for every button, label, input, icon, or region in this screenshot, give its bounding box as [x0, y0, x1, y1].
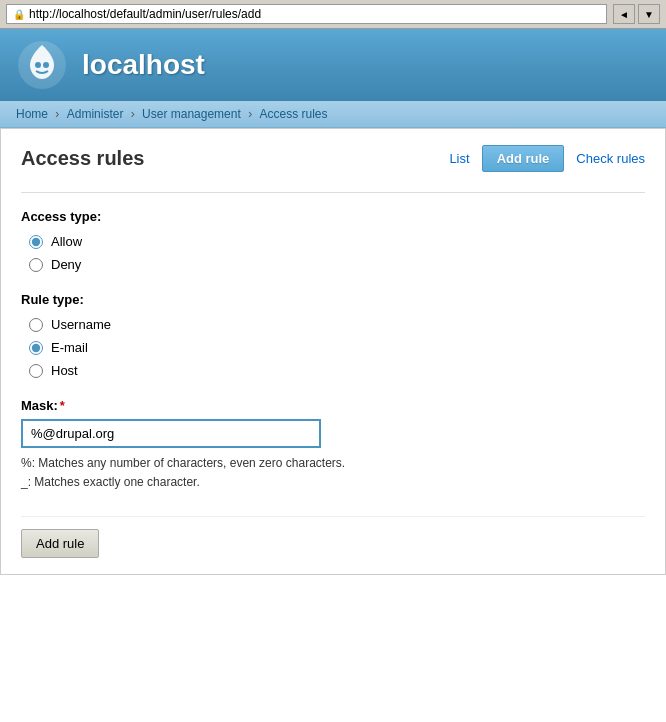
- submit-section: Add rule: [21, 516, 645, 558]
- username-radio-item[interactable]: Username: [29, 317, 645, 332]
- rule-type-label: Rule type:: [21, 292, 645, 307]
- breadcrumb-home[interactable]: Home: [16, 107, 48, 121]
- drupal-logo: [16, 39, 68, 91]
- page-header: Access rules List Add rule Check rules: [21, 145, 645, 172]
- check-rules-link[interactable]: Check rules: [576, 151, 645, 166]
- site-title: localhost: [82, 49, 205, 81]
- address-bar[interactable]: 🔒 http://localhost/default/admin/user/ru…: [6, 4, 607, 24]
- main-content: Access rules List Add rule Check rules A…: [0, 128, 666, 575]
- mask-label: Mask:*: [21, 398, 645, 413]
- add-rule-button[interactable]: Add rule: [482, 145, 565, 172]
- allow-radio[interactable]: [29, 235, 43, 249]
- access-type-radio-group: Allow Deny: [29, 234, 645, 272]
- host-label[interactable]: Host: [51, 363, 78, 378]
- mask-hints: %: Matches any number of characters, eve…: [21, 454, 645, 492]
- submit-button[interactable]: Add rule: [21, 529, 99, 558]
- lock-icon: 🔒: [13, 9, 25, 20]
- deny-radio[interactable]: [29, 258, 43, 272]
- breadcrumb-user-management[interactable]: User management: [142, 107, 241, 121]
- page-title: Access rules: [21, 147, 433, 170]
- email-radio-item[interactable]: E-mail: [29, 340, 645, 355]
- site-header: localhost: [0, 29, 666, 101]
- host-radio-item[interactable]: Host: [29, 363, 645, 378]
- mask-section: Mask:* %: Matches any number of characte…: [21, 398, 645, 492]
- email-radio[interactable]: [29, 341, 43, 355]
- access-type-section: Access type: Allow Deny: [21, 209, 645, 272]
- hint-percent: %: Matches any number of characters, eve…: [21, 454, 645, 473]
- username-radio[interactable]: [29, 318, 43, 332]
- back-button[interactable]: ◄: [613, 4, 635, 24]
- access-type-label: Access type:: [21, 209, 645, 224]
- required-star: *: [60, 398, 65, 413]
- deny-label[interactable]: Deny: [51, 257, 81, 272]
- svg-point-1: [35, 62, 41, 68]
- email-label[interactable]: E-mail: [51, 340, 88, 355]
- header-divider: [21, 192, 645, 193]
- list-link[interactable]: List: [449, 151, 469, 166]
- deny-radio-item[interactable]: Deny: [29, 257, 645, 272]
- header-actions: List Add rule Check rules: [449, 145, 645, 172]
- rule-type-radio-group: Username E-mail Host: [29, 317, 645, 378]
- allow-label[interactable]: Allow: [51, 234, 82, 249]
- username-label[interactable]: Username: [51, 317, 111, 332]
- hint-underscore: _: Matches exactly one character.: [21, 473, 645, 492]
- breadcrumb: Home › Administer › User management › Ac…: [0, 101, 666, 128]
- rule-type-section: Rule type: Username E-mail Host: [21, 292, 645, 378]
- host-radio[interactable]: [29, 364, 43, 378]
- url-text: http://localhost/default/admin/user/rule…: [29, 7, 261, 21]
- browser-buttons: ◄ ▼: [613, 4, 660, 24]
- allow-radio-item[interactable]: Allow: [29, 234, 645, 249]
- breadcrumb-access-rules[interactable]: Access rules: [259, 107, 327, 121]
- breadcrumb-administer[interactable]: Administer: [67, 107, 124, 121]
- mask-input[interactable]: [21, 419, 321, 448]
- browser-chrome: 🔒 http://localhost/default/admin/user/ru…: [0, 0, 666, 29]
- menu-button[interactable]: ▼: [638, 4, 660, 24]
- svg-point-2: [43, 62, 49, 68]
